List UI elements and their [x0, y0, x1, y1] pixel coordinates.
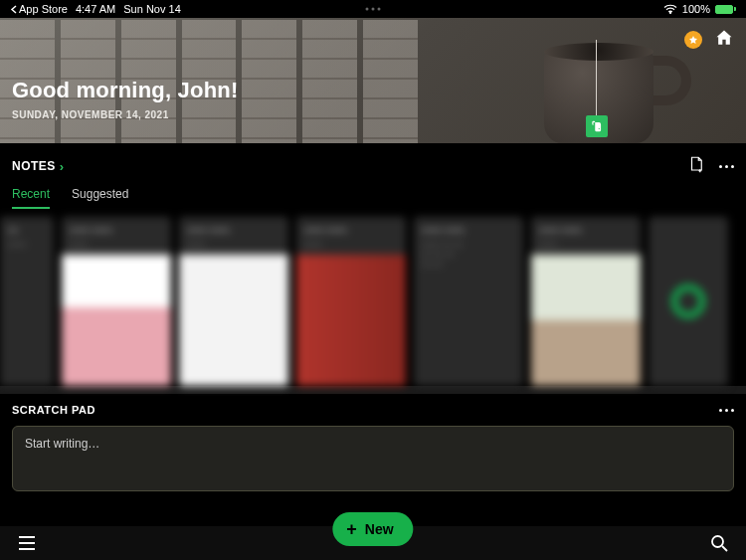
note-add-icon[interactable] [687, 155, 705, 177]
chevron-left-icon [10, 5, 17, 14]
more-options-icon[interactable] [719, 165, 734, 168]
status-bar: App Store 4:47 AM Sun Nov 14 100% [0, 0, 746, 18]
scratch-pad-input[interactable]: Start writing… [12, 426, 734, 491]
new-button-label: New [365, 521, 394, 537]
notes-section: NOTES › Recent Suggested ——— —— ———— —— … [0, 143, 746, 386]
tab-recent[interactable]: Recent [12, 187, 50, 209]
new-note-button[interactable]: + New [332, 512, 413, 546]
back-app-label: App Store [19, 3, 68, 15]
svg-point-0 [712, 536, 723, 547]
menu-icon[interactable] [18, 536, 36, 550]
evernote-logo-icon [586, 115, 608, 137]
notes-title-label: NOTES [12, 159, 56, 173]
battery-icon [715, 5, 736, 14]
tab-suggested[interactable]: Suggested [72, 187, 128, 209]
battery-percent: 100% [682, 3, 710, 15]
note-card[interactable]: —— ———— — —— — —— — [414, 217, 523, 386]
multitasking-dots-icon[interactable] [366, 8, 381, 11]
status-left: App Store 4:47 AM Sun Nov 14 [10, 3, 181, 15]
search-icon[interactable] [710, 534, 728, 552]
greeting-text: Good morning, John! [12, 78, 238, 103]
status-date: Sun Nov 14 [123, 3, 180, 15]
notes-tabs: Recent Suggested [12, 187, 734, 209]
back-to-app[interactable]: App Store [10, 3, 68, 15]
greeting-date: SUNDAY, NOVEMBER 14, 2021 [12, 109, 238, 120]
chevron-right-icon: › [60, 159, 65, 174]
notes-card-row[interactable]: ——— —— ———— —— ———— —— ———— —— ———— — ——… [0, 217, 746, 386]
upgrade-badge-icon[interactable] [684, 31, 702, 49]
ring-icon [671, 284, 705, 318]
status-time: 4:47 AM [76, 3, 115, 15]
wifi-icon [663, 4, 677, 14]
note-card[interactable]: ——— [0, 217, 54, 386]
note-card[interactable]: —— ———— [296, 217, 406, 386]
home-icon[interactable] [714, 28, 734, 52]
note-card[interactable]: —— ———— [62, 217, 171, 386]
note-card[interactable]: —— ———— [179, 217, 288, 386]
hero-banner: Good morning, John! SUNDAY, NOVEMBER 14,… [0, 18, 746, 143]
more-options-icon[interactable] [719, 409, 734, 412]
section-divider [0, 386, 746, 394]
status-right: 100% [663, 3, 736, 15]
scratch-pad-section: SCRATCH PAD Start writing… [0, 394, 746, 491]
scratch-placeholder: Start writing… [25, 437, 99, 451]
note-card[interactable]: —— ———— [531, 217, 641, 386]
notes-section-title[interactable]: NOTES › [12, 159, 65, 174]
scratch-pad-title: SCRATCH PAD [12, 404, 95, 416]
hero-mug-illustration [544, 34, 688, 143]
note-card-more[interactable] [649, 217, 728, 386]
